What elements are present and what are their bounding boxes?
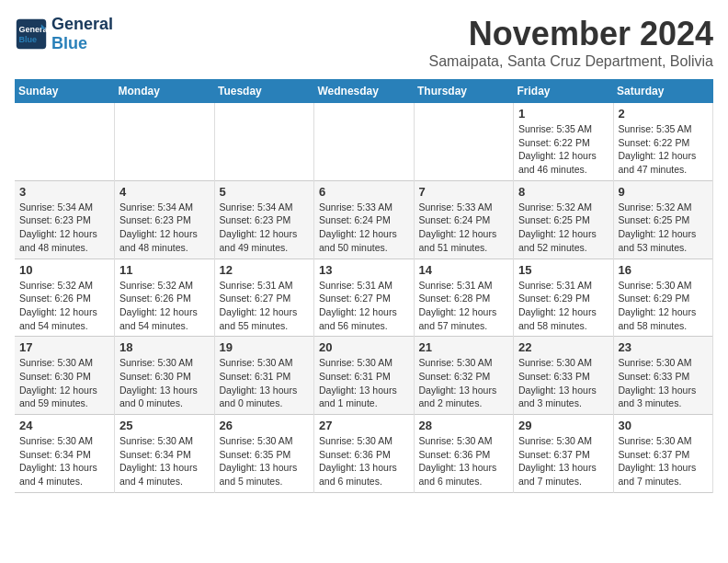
calendar-cell: 11Sunrise: 5:32 AM Sunset: 6:26 PM Dayli…	[115, 259, 215, 337]
day-number: 26	[220, 419, 310, 432]
day-number: 30	[619, 419, 709, 432]
logo: General Blue General Blue	[15, 15, 113, 53]
calendar-cell: 18Sunrise: 5:30 AM Sunset: 6:30 PM Dayli…	[115, 337, 215, 415]
day-number: 16	[619, 263, 709, 277]
calendar-cell: 25Sunrise: 5:30 AM Sunset: 6:34 PM Dayli…	[115, 415, 215, 493]
calendar-week-row: 1Sunrise: 5:35 AM Sunset: 6:22 PM Daylig…	[15, 103, 713, 180]
day-info: Sunrise: 5:30 AM Sunset: 6:36 PM Dayligh…	[419, 434, 509, 488]
day-number: 11	[119, 263, 210, 277]
day-number: 21	[419, 340, 509, 354]
day-number: 23	[619, 340, 709, 354]
location-subtitle: Samaipata, Santa Cruz Department, Bolivi…	[429, 53, 713, 70]
calendar-cell: 4Sunrise: 5:34 AM Sunset: 6:23 PM Daylig…	[115, 180, 215, 259]
weekday-header-wednesday: Wednesday	[314, 79, 415, 103]
calendar-cell: 12Sunrise: 5:31 AM Sunset: 6:27 PM Dayli…	[214, 259, 314, 337]
logo-line1: General	[51, 15, 113, 34]
day-info: Sunrise: 5:30 AM Sunset: 6:30 PM Dayligh…	[119, 356, 210, 410]
calendar-cell: 28Sunrise: 5:30 AM Sunset: 6:36 PM Dayli…	[414, 415, 514, 493]
day-info: Sunrise: 5:35 AM Sunset: 6:22 PM Dayligh…	[619, 122, 709, 177]
day-number: 27	[319, 419, 409, 432]
calendar-cell: 29Sunrise: 5:30 AM Sunset: 6:37 PM Dayli…	[514, 415, 614, 493]
calendar-cell	[314, 103, 415, 180]
day-number: 12	[220, 263, 310, 277]
day-number: 13	[319, 263, 409, 277]
calendar-cell: 1Sunrise: 5:35 AM Sunset: 6:22 PM Daylig…	[514, 103, 614, 180]
calendar-cell: 23Sunrise: 5:30 AM Sunset: 6:33 PM Dayli…	[613, 337, 713, 415]
day-info: Sunrise: 5:32 AM Sunset: 6:26 PM Dayligh…	[19, 279, 109, 333]
day-info: Sunrise: 5:32 AM Sunset: 6:25 PM Dayligh…	[619, 201, 709, 255]
day-info: Sunrise: 5:30 AM Sunset: 6:32 PM Dayligh…	[419, 356, 509, 410]
calendar-header: SundayMondayTuesdayWednesdayThursdayFrid…	[15, 79, 713, 103]
calendar-cell: 30Sunrise: 5:30 AM Sunset: 6:37 PM Dayli…	[613, 415, 713, 493]
day-number: 14	[419, 263, 509, 277]
calendar-cell: 6Sunrise: 5:33 AM Sunset: 6:24 PM Daylig…	[314, 180, 415, 259]
day-info: Sunrise: 5:30 AM Sunset: 6:33 PM Dayligh…	[518, 356, 609, 410]
weekday-header-saturday: Saturday	[613, 79, 713, 103]
day-number: 17	[19, 340, 109, 354]
day-number: 5	[220, 185, 310, 199]
day-number: 10	[19, 263, 109, 277]
day-info: Sunrise: 5:30 AM Sunset: 6:34 PM Dayligh…	[119, 434, 210, 488]
calendar-cell: 10Sunrise: 5:32 AM Sunset: 6:26 PM Dayli…	[15, 259, 115, 337]
calendar-week-row: 24Sunrise: 5:30 AM Sunset: 6:34 PM Dayli…	[15, 415, 713, 493]
day-number: 25	[119, 419, 210, 432]
page-header: General Blue General Blue November 2024 …	[15, 15, 713, 70]
day-number: 19	[220, 340, 310, 354]
day-number: 9	[619, 185, 709, 199]
day-info: Sunrise: 5:35 AM Sunset: 6:22 PM Dayligh…	[518, 122, 609, 177]
calendar-body: 1Sunrise: 5:35 AM Sunset: 6:22 PM Daylig…	[15, 103, 713, 492]
calendar-cell: 26Sunrise: 5:30 AM Sunset: 6:35 PM Dayli…	[214, 415, 314, 493]
calendar-cell: 7Sunrise: 5:33 AM Sunset: 6:24 PM Daylig…	[414, 180, 514, 259]
calendar-cell: 20Sunrise: 5:30 AM Sunset: 6:31 PM Dayli…	[314, 337, 415, 415]
day-number: 29	[518, 419, 609, 432]
calendar-cell: 8Sunrise: 5:32 AM Sunset: 6:25 PM Daylig…	[514, 180, 614, 259]
calendar-week-row: 3Sunrise: 5:34 AM Sunset: 6:23 PM Daylig…	[15, 180, 713, 259]
day-info: Sunrise: 5:31 AM Sunset: 6:27 PM Dayligh…	[220, 279, 310, 333]
title-area: November 2024 Samaipata, Santa Cruz Depa…	[429, 15, 713, 70]
calendar-cell: 27Sunrise: 5:30 AM Sunset: 6:36 PM Dayli…	[314, 415, 415, 493]
svg-text:Blue: Blue	[19, 35, 38, 44]
day-info: Sunrise: 5:34 AM Sunset: 6:23 PM Dayligh…	[19, 201, 109, 255]
calendar-week-row: 10Sunrise: 5:32 AM Sunset: 6:26 PM Dayli…	[15, 259, 713, 337]
calendar-cell	[214, 103, 314, 180]
day-info: Sunrise: 5:30 AM Sunset: 6:35 PM Dayligh…	[220, 434, 310, 488]
day-number: 3	[19, 185, 109, 199]
calendar-week-row: 17Sunrise: 5:30 AM Sunset: 6:30 PM Dayli…	[15, 337, 713, 415]
day-info: Sunrise: 5:30 AM Sunset: 6:33 PM Dayligh…	[619, 356, 709, 410]
day-info: Sunrise: 5:31 AM Sunset: 6:27 PM Dayligh…	[319, 279, 409, 333]
calendar-cell: 22Sunrise: 5:30 AM Sunset: 6:33 PM Dayli…	[514, 337, 614, 415]
month-title: November 2024	[429, 15, 713, 53]
calendar-cell: 14Sunrise: 5:31 AM Sunset: 6:28 PM Dayli…	[414, 259, 514, 337]
day-info: Sunrise: 5:32 AM Sunset: 6:25 PM Dayligh…	[518, 201, 609, 255]
day-info: Sunrise: 5:31 AM Sunset: 6:29 PM Dayligh…	[518, 279, 609, 333]
calendar-cell	[115, 103, 215, 180]
day-number: 4	[119, 185, 210, 199]
calendar-cell	[414, 103, 514, 180]
day-info: Sunrise: 5:30 AM Sunset: 6:31 PM Dayligh…	[220, 356, 310, 410]
day-info: Sunrise: 5:30 AM Sunset: 6:29 PM Dayligh…	[619, 279, 709, 333]
day-number: 28	[419, 419, 509, 432]
day-info: Sunrise: 5:34 AM Sunset: 6:23 PM Dayligh…	[220, 201, 310, 255]
calendar-cell: 21Sunrise: 5:30 AM Sunset: 6:32 PM Dayli…	[414, 337, 514, 415]
calendar-cell: 16Sunrise: 5:30 AM Sunset: 6:29 PM Dayli…	[613, 259, 713, 337]
day-number: 24	[19, 419, 109, 432]
day-number: 8	[518, 185, 609, 199]
day-number: 7	[419, 185, 509, 199]
day-info: Sunrise: 5:31 AM Sunset: 6:28 PM Dayligh…	[419, 279, 509, 333]
day-info: Sunrise: 5:30 AM Sunset: 6:36 PM Dayligh…	[319, 434, 409, 488]
day-info: Sunrise: 5:33 AM Sunset: 6:24 PM Dayligh…	[319, 201, 409, 255]
calendar-cell: 19Sunrise: 5:30 AM Sunset: 6:31 PM Dayli…	[214, 337, 314, 415]
day-number: 20	[319, 340, 409, 354]
day-info: Sunrise: 5:33 AM Sunset: 6:24 PM Dayligh…	[419, 201, 509, 255]
day-info: Sunrise: 5:34 AM Sunset: 6:23 PM Dayligh…	[119, 201, 210, 255]
calendar-cell: 9Sunrise: 5:32 AM Sunset: 6:25 PM Daylig…	[613, 180, 713, 259]
day-info: Sunrise: 5:30 AM Sunset: 6:31 PM Dayligh…	[319, 356, 409, 410]
weekday-header-sunday: Sunday	[15, 79, 115, 103]
weekday-header-friday: Friday	[514, 79, 614, 103]
day-info: Sunrise: 5:30 AM Sunset: 6:37 PM Dayligh…	[518, 434, 609, 488]
calendar-cell: 3Sunrise: 5:34 AM Sunset: 6:23 PM Daylig…	[15, 180, 115, 259]
calendar-cell: 13Sunrise: 5:31 AM Sunset: 6:27 PM Dayli…	[314, 259, 415, 337]
logo-icon: General Blue	[15, 17, 48, 51]
day-info: Sunrise: 5:32 AM Sunset: 6:26 PM Dayligh…	[119, 279, 210, 333]
weekday-header-tuesday: Tuesday	[214, 79, 314, 103]
